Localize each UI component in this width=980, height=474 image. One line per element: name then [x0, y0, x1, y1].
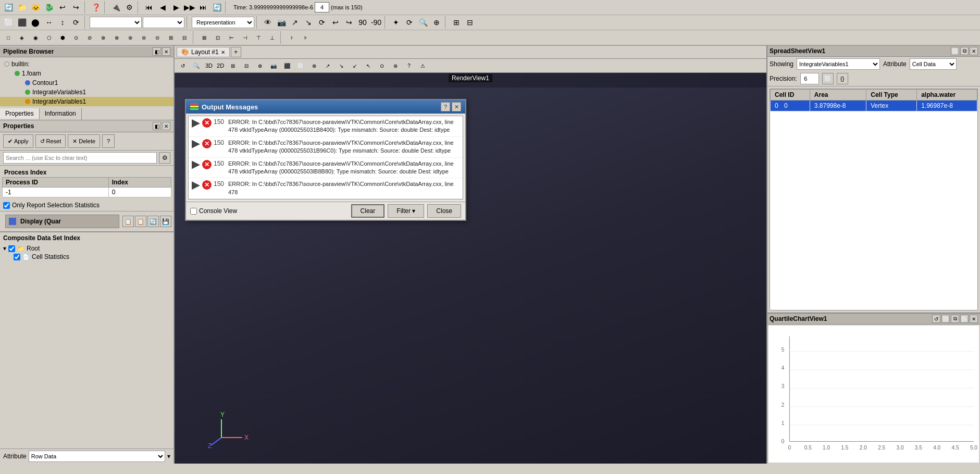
display-refresh-btn[interactable]: 🔄 [147, 216, 159, 227]
tb3-18[interactable]: ⊣ [239, 31, 251, 44]
reset-btn[interactable]: ⟳ [403, 16, 416, 29]
last-frame-btn[interactable]: ⏭ [197, 1, 209, 14]
display-save-btn[interactable]: 💾 [160, 216, 171, 227]
qc-btn1[interactable]: ↺ [932, 315, 940, 323]
clear-button[interactable]: Clear [351, 204, 385, 218]
prev-frame-btn[interactable]: ◀ [156, 1, 169, 14]
tb3-22[interactable]: ⊧ [299, 31, 312, 44]
tb3-19[interactable]: ⊤ [252, 31, 265, 44]
representation-dropdown[interactable]: Representation [192, 17, 254, 28]
table-row[interactable]: 0 0 3.87998e-8 Vertex 1.96987e-8 [771, 101, 977, 111]
tb2-6[interactable]: ⟳ [70, 16, 82, 29]
ss-restore-btn[interactable]: ⧉ [960, 47, 969, 55]
rt-9[interactable]: ⬜ [294, 59, 307, 72]
tb3-5[interactable]: ⬢ [56, 31, 69, 44]
qc-btn2[interactable]: ⬜ [941, 315, 950, 323]
undo-btn[interactable]: ↩ [56, 1, 69, 14]
disconnect-btn[interactable]: ⚙ [123, 1, 135, 14]
open-btn[interactable]: 📁 [16, 1, 28, 14]
tb3-6[interactable]: ⊙ [70, 31, 82, 44]
pipeline-close-btn[interactable]: ✕ [162, 47, 170, 56]
tab-information[interactable]: Information [40, 108, 82, 120]
ss-btn-1[interactable]: ⬜ [822, 73, 834, 84]
selection-stats-label[interactable]: Only Report Selection Statistics [3, 202, 170, 209]
rt-7[interactable]: 📷 [267, 59, 280, 72]
cell-stats-checkbox[interactable] [14, 254, 20, 260]
dialog-help-btn[interactable]: ? [441, 102, 450, 111]
tb3-1[interactable]: □ [2, 31, 15, 44]
rt-14[interactable]: ↖ [362, 59, 375, 72]
flip-btn[interactable]: ↩ [329, 16, 342, 29]
zoom-all-btn[interactable]: ⊕ [430, 16, 443, 29]
search-gear-btn[interactable]: ⚙ [159, 152, 170, 164]
time-step-input[interactable] [315, 2, 329, 13]
play-btn[interactable]: ▶ [170, 1, 182, 14]
tree-root[interactable]: ▾ 📁 Root [3, 244, 170, 253]
select-btn[interactable]: ✦ [390, 16, 402, 29]
group-btn[interactable]: ⊟ [464, 16, 476, 29]
tb2-2[interactable]: ⬛ [16, 16, 28, 29]
pipeline-pin-btn[interactable]: ◧ [153, 47, 161, 56]
tb3-15[interactable]: ⊠ [198, 31, 210, 44]
help-btn[interactable]: ❓ [90, 1, 102, 14]
ss-btn-2[interactable]: {} [837, 73, 848, 84]
tb3-7[interactable]: ⊘ [83, 31, 96, 44]
rt-1[interactable]: ↺ [177, 59, 189, 72]
rt-10[interactable]: ⊗ [308, 59, 320, 72]
props-close-btn[interactable]: ✕ [162, 122, 170, 130]
dialog-close-btn[interactable]: ✕ [452, 102, 461, 111]
rotate-y-btn[interactable]: ↘ [302, 16, 315, 29]
rotate-x-btn[interactable]: ↗ [289, 16, 301, 29]
expand-icon[interactable]: ▾ [3, 245, 6, 252]
search-input[interactable] [3, 152, 157, 164]
tb3-12[interactable]: ⊝ [151, 31, 164, 44]
tb2-1[interactable]: ⬜ [2, 16, 15, 29]
qc-btn5[interactable]: ✕ [970, 315, 978, 323]
rt-17[interactable]: ? [403, 59, 415, 72]
tb3-9[interactable]: ⊕ [110, 31, 123, 44]
display-button[interactable]: Display (Quar [5, 215, 119, 228]
precision-input[interactable] [800, 73, 819, 84]
flip2-btn[interactable]: ↪ [343, 16, 355, 29]
rt-16[interactable]: ⊛ [389, 59, 402, 72]
tb3-16[interactable]: ⊡ [212, 31, 224, 44]
rt-11[interactable]: ↗ [321, 59, 334, 72]
loop-btn[interactable]: 🔄 [210, 1, 223, 14]
rt-8[interactable]: ⬛ [281, 59, 293, 72]
save-data-btn[interactable]: 🐉 [43, 1, 55, 14]
pipeline-item-contour[interactable]: Contour1 [0, 78, 173, 88]
cell-stats-item[interactable]: 📄 Cell Statistics [14, 253, 170, 260]
90-btn[interactable]: 90 [356, 16, 369, 29]
attribute-dropdown[interactable]: Row Data [29, 451, 165, 462]
tb2-5[interactable]: ↕ [56, 16, 69, 29]
display-copy-btn[interactable]: 📋 [122, 216, 134, 227]
props-pin-btn[interactable]: ◧ [153, 122, 161, 130]
next-frame-btn[interactable]: ▶▶ [183, 1, 196, 14]
rt-6[interactable]: ⊕ [254, 59, 266, 72]
pipeline-item-integrate1[interactable]: IntegrateVariables1 [0, 88, 173, 97]
tb3-2[interactable]: ◈ [16, 31, 28, 44]
rt-13[interactable]: ↙ [349, 59, 361, 72]
apply-button[interactable]: ✔ Apply [3, 134, 33, 148]
camera-btn[interactable]: 📷 [275, 16, 288, 29]
root-checkbox[interactable] [8, 245, 15, 252]
dialog-messages[interactable]: ✕ 150 ERROR: In C:\bbd\7cc78367\source-p… [188, 116, 463, 199]
tb2-3[interactable]: ⬤ [29, 16, 42, 29]
help-props-button[interactable]: ? [102, 134, 115, 148]
rt-5[interactable]: ⊟ [240, 59, 253, 72]
filter2-btn[interactable]: ⊞ [450, 16, 463, 29]
tb3-13[interactable]: ⊞ [165, 31, 177, 44]
rt-2[interactable]: 🔍 [190, 59, 203, 72]
filter-button[interactable]: Filter ▾ [388, 204, 424, 218]
filter-dropdown[interactable] [143, 17, 184, 28]
chart-area[interactable]: 0 1 2 3 4 5 0 0.5 1.0 1.5 2.0 2.5 3.0 3.… [768, 326, 979, 463]
connect-btn[interactable]: 🔌 [109, 1, 122, 14]
tb3-21[interactable]: ⊦ [286, 31, 298, 44]
pipeline-item-foam[interactable]: 1.foam [0, 69, 173, 78]
rt-12[interactable]: ↘ [335, 59, 348, 72]
tb3-20[interactable]: ⊥ [266, 31, 278, 44]
tb3-11[interactable]: ⊜ [138, 31, 150, 44]
source-dropdown[interactable] [90, 17, 142, 28]
rt-18[interactable]: ⚠ [416, 59, 429, 72]
attribute-select[interactable]: Cell Data [910, 58, 957, 70]
